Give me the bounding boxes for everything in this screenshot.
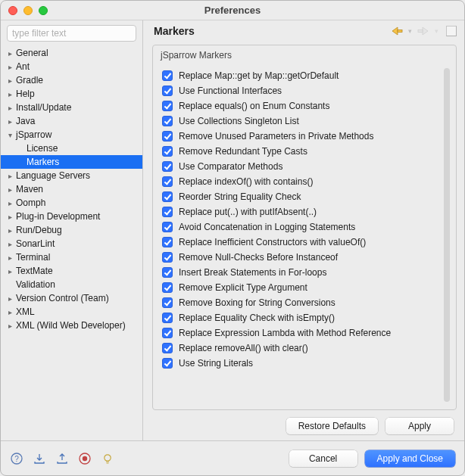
checkbox[interactable] [162,131,173,142]
tree-item-label: Plug-in Development [16,211,100,222]
chevron-right-icon[interactable]: ▸ [5,226,14,235]
checkbox-label: Use String Literals [179,358,253,369]
cancel-button[interactable]: Cancel [289,450,357,467]
checkbox[interactable] [162,176,173,187]
chevron-right-icon[interactable]: ▸ [5,49,14,58]
preferences-tree[interactable]: ▸General▸Ant▸Gradle▸Help▸Install/Update▸… [1,45,142,440]
tree-item-label: Language Servers [16,170,90,181]
tree-item[interactable]: License [1,142,142,155]
history-nav: ▾ ▾ [390,26,457,36]
tree-item[interactable]: ▸Oomph [1,196,142,210]
apply-and-close-button[interactable]: Apply and Close [365,450,455,467]
tree-item[interactable]: ▸Gradle [1,73,142,87]
tree-item[interactable]: ▸Install/Update [1,101,142,114]
minimize-window-button[interactable] [23,6,33,15]
page-title: Markers [154,25,390,37]
check-row: Remove Explicit Type Argument [162,280,450,295]
checkbox[interactable] [162,191,173,202]
checkbox[interactable] [162,358,173,369]
tree-item[interactable]: ▸XML [1,305,142,319]
checkbox[interactable] [162,313,173,323]
tree-item-label: License [27,143,58,154]
bulb-icon[interactable] [101,452,114,465]
restore-defaults-button[interactable]: Restore Defaults [286,418,378,434]
chevron-right-icon[interactable]: ▸ [5,308,14,316]
checkbox[interactable] [162,328,173,338]
chevron-right-icon[interactable]: ▸ [5,104,14,112]
tree-item[interactable]: ▸Plug-in Development [1,210,142,223]
tree-item[interactable]: ▸Maven [1,182,142,196]
back-menu-icon[interactable]: ▾ [408,27,412,35]
export-icon[interactable] [55,452,69,465]
check-row: Remove Redundant Type Casts [162,144,450,159]
tree-item[interactable]: ▸XML (Wild Web Developer) [1,319,142,332]
help-icon[interactable]: ? [10,452,23,465]
import-icon[interactable] [33,452,46,465]
checkbox[interactable] [162,267,173,278]
tree-item-label: Ant [16,61,30,72]
chevron-right-icon[interactable]: ▸ [5,254,14,262]
checkbox-label: Remove Null-Checks Before Instanceof [179,252,338,263]
checkbox[interactable] [162,343,173,353]
group-title: jSparrow Markers [153,45,456,65]
checkbox[interactable] [162,222,173,232]
tree-item-label: General [16,48,48,58]
chevron-right-icon[interactable]: ▸ [5,199,14,207]
checkbox[interactable] [162,237,173,247]
tree-item[interactable]: ▸Terminal [1,250,142,264]
checkbox[interactable] [162,252,173,263]
checkbox-label: Replace Equality Check with isEmpty() [179,313,335,323]
scrollbar[interactable] [444,68,450,402]
check-row: Replace Inefficient Constructors with va… [162,235,450,250]
tree-item[interactable]: Validation [1,278,142,291]
tree-item[interactable]: ▾jSparrow [1,128,142,142]
chevron-down-icon[interactable]: ▾ [5,131,14,139]
back-icon[interactable] [390,26,404,36]
tree-item-selected[interactable]: Markers [1,155,142,169]
close-window-button[interactable] [8,6,17,15]
checkbox-label: Use Comparator Methods [179,161,282,172]
tree-item[interactable]: ▸TextMate [1,264,142,278]
main-panel: Markers ▾ ▾ jSparrow Markers Replace Ma [143,20,464,440]
checkbox[interactable] [162,282,173,293]
chevron-right-icon[interactable]: ▸ [5,240,14,248]
tree-item[interactable]: ▸Run/Debug [1,223,142,237]
checkbox[interactable] [162,161,173,172]
apply-button[interactable]: Apply [385,418,454,434]
zoom-window-button[interactable] [39,6,48,15]
preferences-window: Preferences ▸General▸Ant▸Gradle▸Help▸Ins… [0,0,465,476]
filter-input[interactable] [7,25,136,42]
tree-item-label: Install/Update [16,102,71,113]
checkbox-label: Use Collections Singleton List [179,116,299,126]
tree-item[interactable]: ▸Help [1,87,142,101]
tree-item[interactable]: ▸SonarLint [1,237,142,250]
checkbox[interactable] [162,297,173,308]
chevron-right-icon[interactable]: ▸ [5,322,14,330]
tree-item-label: Markers [27,157,59,167]
tree-item-label: SonarLint [16,238,55,249]
chevron-right-icon[interactable]: ▸ [5,117,14,126]
tree-item[interactable]: ▸Version Control (Team) [1,291,142,305]
chevron-right-icon[interactable]: ▸ [5,294,14,303]
checkbox[interactable] [162,146,173,157]
tree-item[interactable]: ▸Ant [1,60,142,73]
chevron-right-icon[interactable]: ▸ [5,63,14,71]
checkbox[interactable] [162,116,173,126]
view-menu-button[interactable] [446,26,457,36]
checkbox[interactable] [162,70,173,81]
chevron-right-icon[interactable]: ▸ [5,267,14,275]
chevron-right-icon[interactable]: ▸ [5,76,14,85]
record-icon[interactable] [78,452,92,465]
chevron-right-icon[interactable]: ▸ [5,213,14,221]
chevron-right-icon[interactable]: ▸ [5,90,14,98]
checkbox[interactable] [162,207,173,217]
tree-item[interactable]: ▸Language Servers [1,169,142,182]
tree-item-label: Validation [16,279,55,290]
chevron-right-icon[interactable]: ▸ [5,185,14,194]
checkbox[interactable] [162,86,173,96]
tree-item[interactable]: ▸General [1,46,142,60]
tree-item[interactable]: ▸Java [1,114,142,128]
chevron-right-icon[interactable]: ▸ [5,172,14,180]
checkbox[interactable] [162,101,173,111]
check-row: Use String Literals [162,356,450,371]
